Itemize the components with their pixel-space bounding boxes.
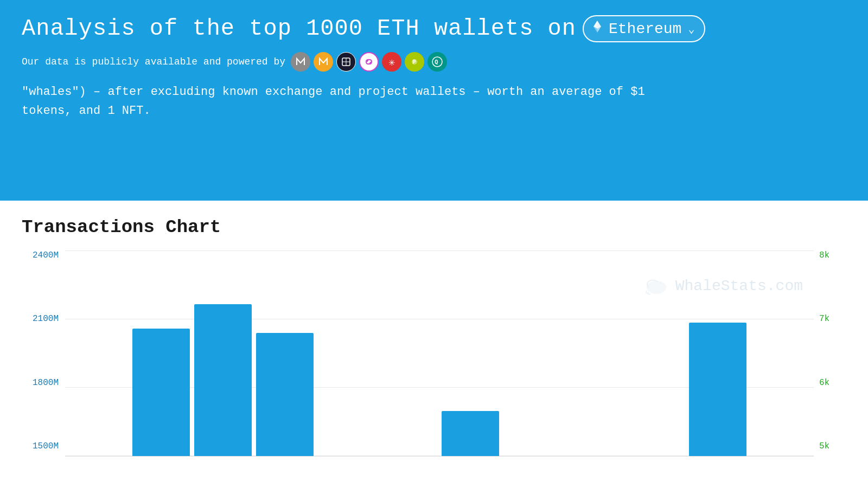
bar-7 bbox=[442, 411, 499, 456]
provider-icons: ✳ P Q bbox=[291, 52, 447, 72]
header-section: Analysis of the top 1000 ETH wallets on … bbox=[0, 0, 868, 201]
y-label-right-7k: 7k bbox=[814, 314, 846, 324]
svg-point-12 bbox=[647, 281, 666, 294]
watermark-text: WhaleStats.com bbox=[675, 278, 803, 294]
y-axis-right: 8k 7k 6k 5k bbox=[814, 251, 846, 457]
description-block: "whales") – after excluding known exchan… bbox=[22, 82, 835, 120]
bar-11 bbox=[689, 323, 746, 456]
provider-icon-6: P bbox=[405, 52, 424, 72]
y-label-1500m: 1500M bbox=[22, 441, 65, 451]
svg-point-13 bbox=[659, 282, 661, 284]
page-title: Analysis of the top 1000 ETH wallets on bbox=[22, 16, 576, 42]
description-line-1: "whales") – after excluding known exchan… bbox=[22, 82, 835, 101]
y-label-2400m: 2400M bbox=[22, 251, 65, 260]
y-label-2100m: 2100M bbox=[22, 314, 65, 324]
description-line-2: tokens, and 1 NFT. bbox=[22, 101, 835, 120]
provider-icon-1 bbox=[291, 52, 310, 72]
chart-area: WhaleStats.com bbox=[65, 251, 814, 457]
data-line-text: Our data is publicly available and power… bbox=[22, 56, 285, 67]
watermark-logo-icon bbox=[643, 272, 670, 299]
network-label: Ethereum bbox=[609, 21, 681, 37]
chart-title: Transactions Chart bbox=[22, 217, 846, 237]
y-axis-left: 2400M 2100M 1800M 1500M bbox=[22, 251, 65, 457]
provider-icon-3 bbox=[336, 52, 356, 72]
ethereum-icon bbox=[590, 20, 604, 38]
provider-icon-7: Q bbox=[427, 52, 447, 72]
svg-text:Q: Q bbox=[435, 59, 438, 66]
watermark: WhaleStats.com bbox=[643, 272, 803, 299]
provider-icon-2 bbox=[314, 52, 333, 72]
bar-4 bbox=[256, 333, 314, 456]
chart-container: 2400M 2100M 1800M 1500M bbox=[22, 251, 846, 457]
y-label-right-8k: 8k bbox=[814, 251, 846, 260]
chevron-down-icon: ⌄ bbox=[688, 22, 694, 36]
svg-marker-3 bbox=[593, 21, 597, 27]
data-powered-row: Our data is publicly available and power… bbox=[22, 52, 846, 72]
bar-3 bbox=[194, 304, 252, 456]
chart-section: Transactions Chart 2400M 2100M 1800M 150… bbox=[0, 201, 868, 467]
provider-icon-4 bbox=[359, 52, 379, 72]
y-label-right-5k: 5k bbox=[814, 441, 846, 451]
y-label-right-6k: 6k bbox=[814, 378, 846, 388]
bar-2 bbox=[132, 329, 190, 456]
title-row: Analysis of the top 1000 ETH wallets on … bbox=[22, 15, 846, 42]
svg-text:P: P bbox=[412, 59, 416, 66]
network-selector[interactable]: Ethereum ⌄ bbox=[583, 15, 705, 42]
provider-icon-5: ✳ bbox=[382, 52, 401, 72]
y-label-1800m: 1800M bbox=[22, 378, 65, 388]
